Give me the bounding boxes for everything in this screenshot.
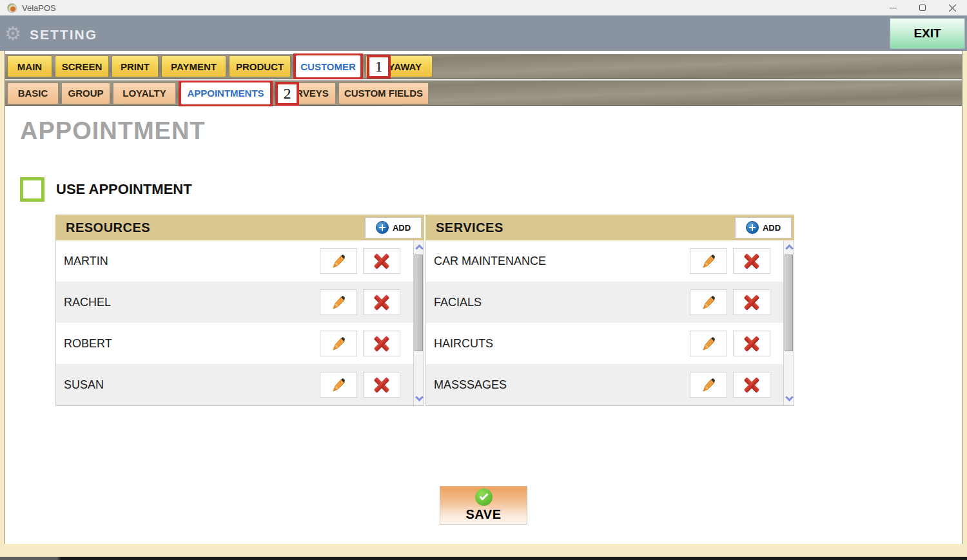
minimize-icon: [890, 8, 897, 8]
delete-x-icon: [743, 294, 760, 311]
scroll-thumb[interactable]: [785, 255, 793, 351]
edit-button[interactable]: [320, 248, 357, 274]
pencil-icon: [700, 294, 717, 311]
close-button[interactable]: [937, 0, 967, 15]
pencil-icon: [330, 253, 347, 269]
page-header-title: SETTING: [30, 27, 97, 43]
list-item: RACHEL: [56, 282, 424, 323]
tab-payment[interactable]: PAYMENT: [161, 55, 226, 77]
tab-product[interactable]: PRODUCT: [229, 55, 291, 77]
add-button[interactable]: ADD: [365, 217, 422, 238]
pencil-icon: [330, 294, 347, 311]
list-item-label: MASSSAGES: [434, 378, 507, 392]
scrollbar[interactable]: [783, 240, 794, 405]
list-item: SUSAN: [56, 364, 424, 405]
tab-screen[interactable]: SCREEN: [55, 55, 109, 77]
exit-button[interactable]: EXIT: [890, 18, 965, 49]
delete-button[interactable]: [363, 372, 400, 398]
list-item: ROBERT: [56, 323, 424, 364]
list: MARTIN RACHEL: [55, 240, 424, 406]
app-window: VelaPOS ⚙ SETTING EXIT MAINSCREENPRINTPA…: [0, 0, 967, 560]
panel-header: RESOURCES ADD: [55, 215, 424, 240]
delete-x-icon: [743, 335, 760, 352]
scrollbar[interactable]: [413, 240, 424, 405]
list-item-label: RACHEL: [64, 296, 111, 309]
app-logo-icon: [7, 3, 17, 13]
edit-button[interactable]: [320, 289, 357, 315]
delete-button[interactable]: [363, 248, 400, 274]
use-appointment-row: USE APPOINTMENT: [20, 177, 962, 202]
edit-button[interactable]: [320, 372, 357, 398]
list: CAR MAINTENANCE FACIALS: [425, 240, 794, 406]
panels-container: RESOURCES ADD MARTIN RACHEL: [55, 215, 962, 406]
list-item: CAR MAINTENANCE: [426, 240, 794, 282]
main-tab-bar: MAINSCREENPRINTPAYMENTPRODUCTCUSTOMERLAY…: [5, 54, 962, 79]
annotation-highlight: CUSTOMER: [293, 53, 363, 79]
list-item-label: HAIRCUTS: [434, 337, 493, 351]
restore-icon: [919, 5, 926, 11]
pencil-icon: [700, 376, 717, 393]
list-item: MARTIN: [56, 240, 424, 282]
scroll-up-icon[interactable]: [785, 244, 794, 253]
edit-button[interactable]: [320, 331, 357, 356]
list-item: MASSSAGES: [426, 364, 794, 405]
panel-title: SERVICES: [436, 220, 503, 235]
tab-print[interactable]: PRINT: [112, 55, 159, 77]
page-title: APPOINTMENT: [20, 117, 962, 145]
tab-main[interactable]: MAIN: [7, 55, 52, 77]
delete-x-icon: [373, 294, 390, 311]
content-frame: MAINSCREENPRINTPAYMENTPRODUCTCUSTOMERLAY…: [0, 51, 967, 560]
list-item: HAIRCUTS: [426, 323, 794, 364]
maximize-button[interactable]: [908, 0, 937, 15]
delete-x-icon: [743, 376, 760, 393]
use-appointment-label: USE APPOINTMENT: [56, 181, 192, 198]
edit-button[interactable]: [690, 331, 727, 356]
annotation-badge-1: 1: [367, 55, 391, 79]
delete-button[interactable]: [733, 331, 770, 356]
window-title: VelaPOS: [22, 3, 56, 13]
annotation-highlight: APPOINTMENTS: [179, 81, 273, 106]
list-item: FACIALS: [426, 282, 794, 323]
scroll-down-icon[interactable]: [415, 393, 424, 401]
delete-x-icon: [373, 335, 390, 352]
minimize-button[interactable]: [878, 0, 908, 15]
delete-x-icon: [373, 253, 390, 269]
tab-group[interactable]: GROUP: [61, 82, 110, 104]
gear-icon: ⚙: [5, 23, 21, 44]
add-button[interactable]: ADD: [735, 217, 792, 238]
pencil-icon: [330, 376, 347, 393]
close-icon: [948, 4, 957, 12]
list-item-label: CAR MAINTENANCE: [434, 255, 546, 268]
tab-appointments[interactable]: APPOINTMENTS: [181, 82, 270, 104]
list-item-label: MARTIN: [64, 255, 108, 268]
use-appointment-checkbox[interactable]: [20, 177, 44, 202]
scroll-thumb[interactable]: [415, 255, 423, 351]
add-plus-icon: [376, 221, 389, 234]
edit-button[interactable]: [690, 289, 727, 315]
tab-basic[interactable]: BASIC: [7, 82, 59, 104]
delete-button[interactable]: [363, 289, 400, 315]
delete-button[interactable]: [363, 331, 400, 356]
delete-button[interactable]: [733, 372, 770, 398]
tab-loyalty[interactable]: LOYALTY: [113, 82, 176, 104]
tab-custom-fields[interactable]: CUSTOM FIELDS: [338, 82, 429, 104]
delete-button[interactable]: [733, 289, 770, 315]
app-header: ⚙ SETTING EXIT: [0, 15, 967, 51]
edit-button[interactable]: [690, 248, 727, 274]
appointment-page: APPOINTMENT USE APPOINTMENT RESOURCES AD…: [5, 117, 962, 525]
os-titlebar: VelaPOS: [0, 0, 967, 15]
scroll-down-icon[interactable]: [785, 393, 794, 401]
pencil-icon: [700, 253, 717, 269]
annotation-badge-2: 2: [275, 82, 299, 106]
save-button[interactable]: SAVE: [440, 486, 527, 525]
list-item-label: ROBERT: [64, 337, 112, 351]
window-controls: [878, 0, 967, 15]
delete-x-icon: [373, 376, 390, 393]
window-bottom-edge: [0, 557, 967, 560]
panel-header: SERVICES ADD: [425, 215, 794, 240]
tab-customer[interactable]: CUSTOMER: [296, 55, 360, 77]
scroll-up-icon[interactable]: [415, 244, 424, 253]
delete-x-icon: [743, 253, 760, 269]
delete-button[interactable]: [733, 248, 770, 274]
edit-button[interactable]: [690, 372, 727, 398]
